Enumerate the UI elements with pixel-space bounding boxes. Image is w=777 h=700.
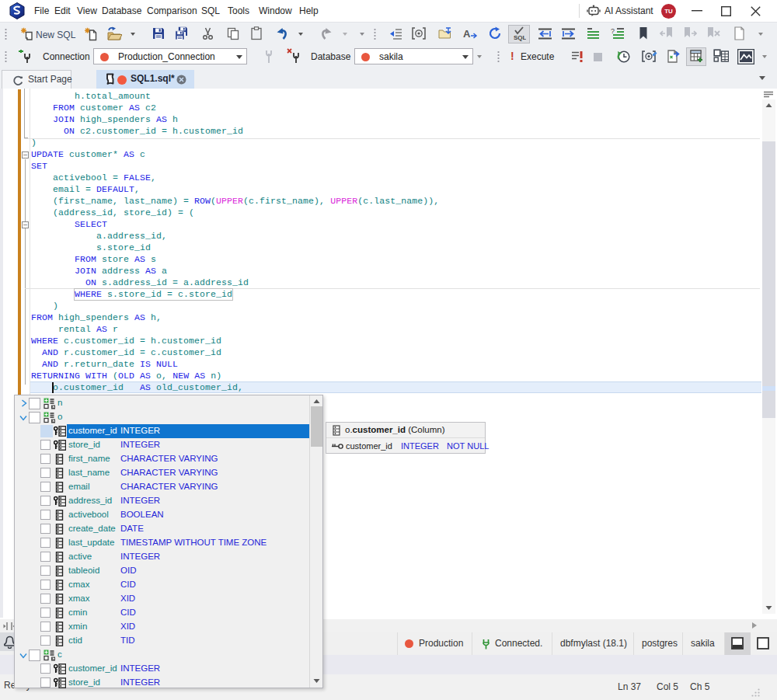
svg-text:SQL: SQL (514, 34, 526, 41)
svg-text:?: ? (611, 27, 615, 35)
svg-text:A: A (463, 28, 471, 40)
